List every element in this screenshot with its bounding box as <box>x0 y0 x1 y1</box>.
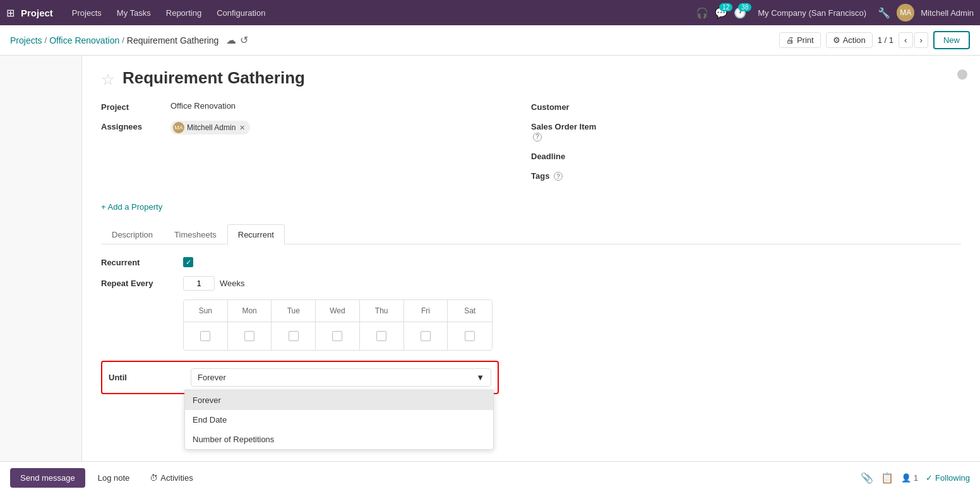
recurrent-label: Recurrent <box>101 258 183 267</box>
deadline-label: Deadline <box>531 150 601 161</box>
until-section: Until Forever ▼ Forever End Date Number … <box>101 361 499 394</box>
following-button[interactable]: ✓ Following <box>926 473 970 483</box>
day-thu: Thu <box>360 300 404 322</box>
followers: 👤 1 <box>901 473 918 483</box>
recurrent-checkbox[interactable] <box>183 257 193 267</box>
refresh-icon[interactable]: ↺ <box>240 34 248 46</box>
app-name: Project <box>21 8 53 18</box>
checkbox-mon[interactable] <box>244 331 254 341</box>
chat-badge: 12 <box>719 3 732 11</box>
project-row: Project Office Renovation <box>101 101 506 112</box>
print-button[interactable]: 🖨 Print <box>779 32 821 48</box>
breadcrumb-sep-2: / <box>122 35 124 45</box>
add-property-link[interactable]: + Add a Property <box>101 202 961 212</box>
recurrent-section: Recurrent Repeat Every Weeks <box>101 257 961 407</box>
repeat-number-input[interactable] <box>183 276 215 291</box>
day-check-mon <box>228 322 272 350</box>
tab-description[interactable]: Description <box>101 224 164 244</box>
clock-icon[interactable]: 🕐 38 <box>734 7 746 19</box>
tags-help-icon[interactable]: ? <box>554 172 563 181</box>
checkbox-wed[interactable] <box>332 331 342 341</box>
tab-timesheets[interactable]: Timesheets <box>164 224 227 244</box>
day-sun: Sun <box>184 300 228 322</box>
task-form: ☆ Requirement Gathering Project Office R… <box>82 56 980 419</box>
user-avatar[interactable]: MA <box>897 4 914 21</box>
day-grid-checkboxes <box>184 322 492 350</box>
day-grid: Sun Mon Tue Wed Thu Fri Sat <box>183 299 493 351</box>
day-wed: Wed <box>316 300 360 322</box>
assignee-avatar: MA <box>173 122 184 133</box>
form-grid: Project Office Renovation Assignees MA M… <box>101 101 961 190</box>
tabs: Description Timesheets Recurrent <box>101 224 961 244</box>
until-select[interactable]: Forever ▼ <box>191 368 491 387</box>
attachment-icon[interactable]: 📎 <box>861 472 873 484</box>
recurrent-row: Recurrent <box>101 257 961 267</box>
star-icon[interactable]: ☆ <box>101 71 115 88</box>
day-fri: Fri <box>404 300 448 322</box>
sales-order-label: Sales Order Item ? <box>531 121 601 142</box>
day-check-sun <box>184 322 228 350</box>
day-check-fri <box>404 322 448 350</box>
nav-configuration[interactable]: Configuration <box>210 6 272 20</box>
activities-button[interactable]: ⏱ Activities <box>142 468 200 488</box>
clock-activities-icon: ⏱ <box>150 473 158 483</box>
chat-icon[interactable]: 💬 12 <box>715 7 727 19</box>
until-row: Until Forever ▼ <box>109 368 491 387</box>
main-layout: ☆ Requirement Gathering Project Office R… <box>0 56 980 494</box>
next-arrow[interactable]: › <box>914 32 928 48</box>
prev-arrow[interactable]: ‹ <box>899 32 912 48</box>
customer-label: Customer <box>531 101 601 112</box>
tab-recurrent[interactable]: Recurrent <box>227 224 285 244</box>
top-navigation: ⊞ Project Projects My Tasks Reporting Co… <box>0 0 980 25</box>
action-button[interactable]: ⚙ Action <box>826 32 873 48</box>
checkbox-sat[interactable] <box>465 331 475 341</box>
dropdown-item-forever[interactable]: Forever <box>185 390 493 410</box>
company-name: My Company (San Francisco) <box>758 8 866 18</box>
assignee-tag: MA Mitchell Admin ✕ <box>170 121 250 135</box>
clip-icon[interactable]: 📋 <box>881 472 893 484</box>
settings-icon[interactable]: 🔧 <box>878 7 890 19</box>
bottom-icons: 📎 📋 👤 1 ✓ Following <box>861 472 970 484</box>
checkbox-tue[interactable] <box>289 331 299 341</box>
bottom-bar: Send message Log note ⏱ Activities 📎 📋 👤… <box>0 461 980 494</box>
checkbox-fri[interactable] <box>421 331 431 341</box>
checkbox-thu[interactable] <box>376 331 386 341</box>
headset-icon[interactable]: 🎧 <box>696 7 708 19</box>
cloud-upload-icon[interactable]: ☁ <box>226 34 236 46</box>
assignee-remove-icon[interactable]: ✕ <box>239 124 245 132</box>
assignees-label: Assignees <box>101 121 170 131</box>
right-actions: 🖨 Print ⚙ Action 1 / 1 ‹ › New <box>779 31 970 49</box>
app-grid-icon[interactable]: ⊞ <box>6 7 15 19</box>
task-title: Requirement Gathering <box>122 68 305 88</box>
dropdown-item-end-date[interactable]: End Date <box>185 410 493 430</box>
breadcrumb-projects[interactable]: Projects <box>10 35 42 45</box>
form-right: Customer Sales Order Item ? Deadline <box>531 101 961 190</box>
project-value[interactable]: Office Renovation <box>170 101 506 111</box>
nav-reporting[interactable]: Reporting <box>160 6 208 20</box>
breadcrumb-office-renovation[interactable]: Office Renovation <box>49 35 119 45</box>
nav-my-tasks[interactable]: My Tasks <box>111 6 157 20</box>
repeat-every-value: Weeks <box>183 276 245 291</box>
assignees-value: MA Mitchell Admin ✕ <box>170 121 506 135</box>
customer-row: Customer <box>531 101 936 112</box>
day-tue: Tue <box>272 300 316 322</box>
log-note-button[interactable]: Log note <box>90 468 138 488</box>
day-grid-wrapper: Sun Mon Tue Wed Thu Fri Sat <box>183 299 961 351</box>
user-name: Mitchell Admin <box>921 8 974 18</box>
weeks-label: Weeks <box>220 279 245 288</box>
recurrent-value <box>183 257 193 267</box>
day-grid-header: Sun Mon Tue Wed Thu Fri Sat <box>184 300 492 322</box>
send-message-button[interactable]: Send message <box>10 468 85 488</box>
dropdown-item-repetitions[interactable]: Number of Repetitions <box>185 430 493 449</box>
day-check-wed <box>316 322 360 350</box>
following-check-icon: ✓ <box>926 473 933 483</box>
sales-order-row: Sales Order Item ? <box>531 121 936 142</box>
checkbox-sun[interactable] <box>200 331 210 341</box>
dropdown-arrow-icon: ▼ <box>476 373 484 382</box>
sales-order-help-icon[interactable]: ? <box>533 133 542 142</box>
assignee-name: Mitchell Admin <box>187 123 236 132</box>
new-button[interactable]: New <box>933 31 970 49</box>
nav-projects[interactable]: Projects <box>66 6 108 20</box>
printer-icon: 🖨 <box>786 35 794 45</box>
status-dot[interactable] <box>957 69 967 80</box>
